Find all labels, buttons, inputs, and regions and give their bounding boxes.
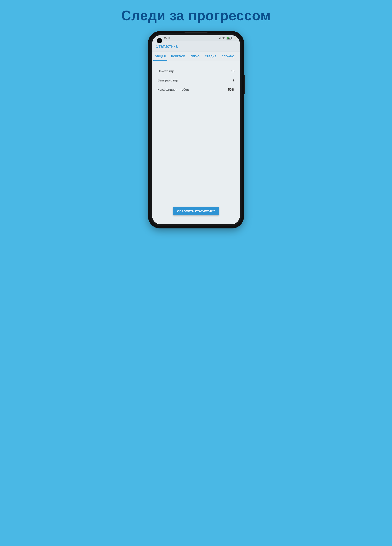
stat-label: Выиграно игр [158,78,178,82]
tab-medium[interactable]: СРЕДНЕ [202,52,219,61]
battery-icon: 40 [226,37,232,39]
phone-side-button [244,75,245,94]
stat-value: 9 [233,78,234,82]
front-camera [157,38,162,43]
stat-row-won: Выиграно игр 9 [158,76,234,85]
status-bar: :45 40 [152,35,240,41]
wifi-icon [222,37,225,39]
tab-hard[interactable]: СЛОЖНО [219,52,237,61]
stat-label: Начато игр [158,69,174,73]
charging-icon: ⚡ [234,37,236,39]
phone-frame: :45 40 [148,31,244,228]
svg-rect-2 [219,38,220,39]
stat-row-started: Начато игр 18 [158,67,234,76]
page-title: Статистика [156,44,178,49]
svg-rect-0 [218,39,218,39]
phone-speaker [184,32,208,33]
tab-easy[interactable]: ЛЕГКО [188,52,202,61]
signal-icon [218,37,221,39]
tab-beginner[interactable]: НОВИЧОК [168,52,188,61]
app-bar: Статистика [152,41,240,52]
stat-label: Коэффициент побед [158,88,189,92]
tabs-bar: ОБЩАЯ НОВИЧОК ЛЕГКО СРЕДНЕ СЛОЖНО [152,52,240,61]
marketing-headline: Следи за прогрессом [121,8,271,23]
stats-content: Начато игр 18 Выиграно игр 9 Коэффициент… [152,61,240,224]
status-time: :45 [163,37,166,40]
stat-value: 50% [228,88,234,92]
stat-value: 18 [231,69,234,73]
alarm-icon [168,37,171,39]
tab-overall[interactable]: ОБЩАЯ [152,52,168,61]
phone-screen: :45 40 [152,35,240,224]
svg-rect-1 [219,38,219,39]
svg-rect-3 [220,37,221,39]
battery-percent: 40 [228,37,230,39]
reset-stats-button[interactable]: СБРОСИТЬ СТАТИСТИКУ [173,207,219,215]
stat-row-winrate: Коэффициент побед 50% [158,85,234,94]
